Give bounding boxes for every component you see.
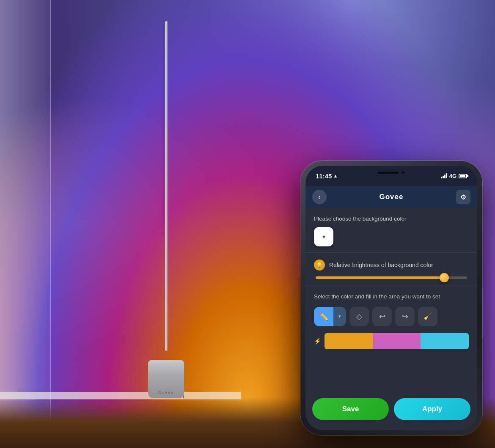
bar3 (444, 175, 446, 178)
phone-screen: 11:45 ▲ 4G (305, 166, 477, 430)
color-fill-section: Select the color and fill in the area yo… (305, 286, 477, 358)
eraser-tool-button[interactable]: ◇ (349, 307, 369, 326)
color-stripe-segment-pink[interactable] (373, 333, 421, 349)
color-swatch-button[interactable]: ▾ (314, 227, 333, 246)
brightness-icon: 💡 (314, 260, 325, 270)
brightness-thumb[interactable] (440, 273, 449, 282)
bg-color-label: Please choose the background color (314, 216, 469, 222)
curtain (0, 0, 51, 448)
color-stripe[interactable] (324, 333, 469, 349)
brightness-header: 💡 Relative brightness of background colo… (314, 260, 469, 270)
app-title: Govee (327, 193, 456, 201)
clear-button[interactable]: 🧹 (418, 307, 437, 326)
settings-button[interactable]: ⚙ (456, 190, 470, 204)
undo-icon: ↩ (379, 312, 385, 321)
broom-icon: 🧹 (424, 312, 432, 320)
status-icons: 4G (441, 173, 467, 179)
apply-button[interactable]: Apply (394, 398, 470, 420)
brightness-slider[interactable] (316, 276, 467, 279)
color-fill-label: Select the color and fill in the area yo… (314, 293, 469, 301)
bg-color-section: Please choose the background color ▾ (305, 208, 477, 253)
app-content: Please choose the background color ▾ 💡 R… (305, 208, 477, 430)
save-button[interactable]: Save (312, 398, 389, 420)
status-time: 11:45 (316, 172, 332, 180)
lightning-icon: ⚡ (314, 338, 321, 344)
pencil-icon: ✏️ (319, 312, 328, 321)
bar1 (441, 177, 442, 178)
battery-icon (459, 174, 467, 178)
phone: 11:45 ▲ 4G (300, 161, 482, 435)
battery-body (459, 174, 467, 178)
redo-icon: ↪ (402, 312, 408, 321)
pencil-tool-button[interactable]: ✏️ (314, 307, 333, 326)
color-stripe-container: ⚡ (314, 333, 469, 349)
dropdown-chevron-icon: ▾ (338, 314, 341, 319)
lamp-brand-text: Govee (158, 391, 174, 395)
redo-button[interactable]: ↪ (395, 307, 415, 326)
phone-shell: 11:45 ▲ 4G (300, 161, 482, 435)
chevron-down-icon: ▾ (322, 233, 325, 240)
signal-bars-icon (441, 173, 447, 178)
baseboard (0, 392, 241, 399)
gear-icon: ⚙ (460, 193, 466, 201)
front-camera (401, 170, 405, 175)
speaker-grille (377, 172, 399, 174)
bar2 (443, 176, 444, 178)
location-icon: ▲ (333, 173, 338, 178)
brightness-label: Relative brightness of background color (329, 262, 433, 268)
undo-button[interactable]: ↩ (372, 307, 392, 326)
bottom-buttons: Save Apply (305, 392, 477, 430)
eraser-icon: ◇ (356, 312, 362, 321)
bar4 (446, 173, 447, 178)
pencil-dropdown-button[interactable]: ▾ (333, 307, 346, 326)
lamp-base: Govee (148, 360, 184, 398)
nav-bar: ‹ Govee ⚙ (305, 186, 477, 208)
tool-bar: ✏️ ▾ ◇ ↩ (314, 307, 469, 326)
color-stripe-segment-cyan[interactable] (421, 333, 469, 349)
lamp-pole (165, 21, 168, 351)
phone-notch (364, 166, 419, 179)
network-type-label: 4G (449, 173, 456, 179)
brightness-section: 💡 Relative brightness of background colo… (305, 253, 477, 286)
color-stripe-segment-yellow[interactable] (324, 333, 373, 349)
back-icon: ‹ (318, 193, 320, 201)
back-button[interactable]: ‹ (312, 190, 327, 204)
battery-fill (460, 175, 465, 177)
pencil-tool-group: ✏️ ▾ (314, 307, 346, 326)
bulb-icon: 💡 (316, 262, 323, 268)
